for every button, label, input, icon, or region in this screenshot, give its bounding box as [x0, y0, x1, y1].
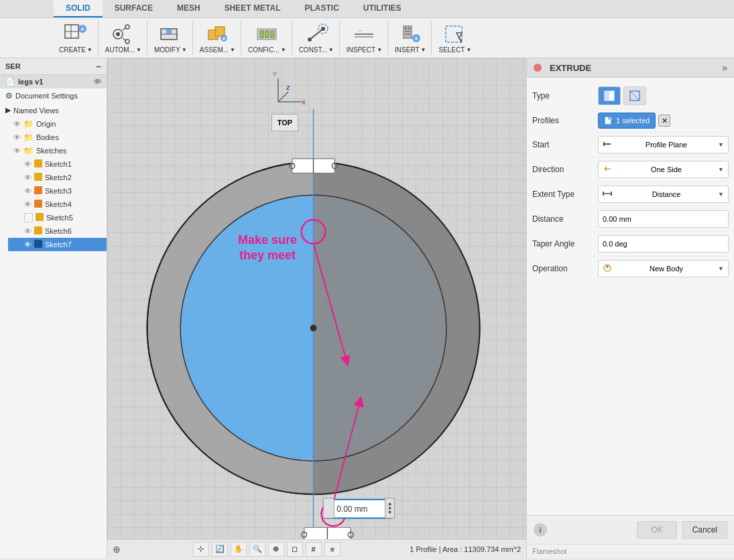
svg-point-9 [125, 25, 129, 29]
svg-point-88 [606, 265, 609, 268]
svg-point-62 [389, 507, 391, 510]
bottom-toolbar: ⊹ 🔄 ✋ 🔍 ⊕ ◻ # ≡ [193, 542, 341, 557]
insert-icon: + [397, 22, 424, 46]
zoom-fit-tool[interactable]: ⊕ [268, 542, 284, 557]
operation-dropdown[interactable]: New Body ▼ [598, 260, 729, 277]
toolbar-group-assem[interactable]: + ASSEM...▼ [194, 21, 241, 55]
toolbar-group-modify[interactable]: MODIFY▼ [149, 21, 193, 55]
operation-icon [603, 263, 612, 274]
eye-sketch6[interactable]: 👁 [24, 227, 32, 235]
toolbar-group-select[interactable]: SELECT▼ [433, 21, 477, 55]
sketch7-label: Sketch7 [45, 240, 72, 249]
sketch5-row[interactable]: 👁 Sketch5 [8, 211, 107, 224]
add-button[interactable]: ⊕ [113, 544, 121, 555]
eye-sketch4[interactable]: 👁 [24, 200, 32, 208]
sketch4-row[interactable]: 👁 Sketch4 [8, 198, 107, 211]
document-row[interactable]: 📄 legs v1 👁 [0, 75, 107, 88]
pan-tool[interactable]: ✋ [231, 542, 247, 557]
direction-icon [603, 164, 612, 175]
sketch7-row[interactable]: 👁 Sketch7 [8, 238, 107, 251]
svg-text:Y: Y [273, 71, 277, 78]
svg-text:↔: ↔ [357, 27, 363, 33]
zoom-tool[interactable]: 🔍 [249, 542, 265, 557]
tab-solid[interactable]: SOLID [54, 0, 103, 17]
panel-expand-icon[interactable]: » [722, 62, 727, 73]
const-label: CONST...▼ [299, 46, 334, 54]
viewport[interactable]: 0.00 mm [107, 58, 526, 558]
tab-surface[interactable]: SURFACE [103, 0, 165, 17]
sketch5-icon [36, 213, 44, 222]
start-value: Profile Plane [646, 141, 687, 149]
svg-text:0.00 mm: 0.00 mm [337, 504, 367, 514]
type-btn-surface[interactable] [623, 86, 646, 105]
sketch1-row[interactable]: 👁 Sketch1 [8, 157, 107, 171]
sketch5-label: Sketch5 [46, 214, 73, 222]
distance-input[interactable]: 0.00 mm [598, 210, 729, 228]
operation-row: Operation New Body ▼ [532, 257, 729, 281]
eye-sketch5[interactable]: 👁 [24, 213, 33, 222]
modify-label: MODIFY▼ [154, 46, 187, 54]
visibility-toggle[interactable]: 👁 [94, 78, 101, 86]
type-btn-solid[interactable] [598, 86, 621, 105]
svg-rect-30 [404, 26, 412, 38]
sketches-folder-icon: 📁 [23, 146, 34, 155]
ok-button[interactable]: OK [637, 521, 676, 539]
start-dropdown[interactable]: Profile Plane ▼ [598, 136, 729, 153]
bodies-label: Bodies [36, 133, 59, 141]
eye-sketch1[interactable]: 👁 [24, 160, 32, 168]
svg-rect-33 [405, 31, 410, 32]
cancel-button[interactable]: Cancel [682, 521, 727, 539]
named-views-row[interactable]: ▶ Named Views [0, 103, 107, 117]
taper-angle-control: 0.0 deg [598, 235, 729, 253]
toolbar-group-config[interactable]: CONFIC...▼ [243, 21, 292, 55]
profiles-clear-btn[interactable]: ✕ [658, 115, 670, 127]
taper-angle-input[interactable]: 0.0 deg [598, 235, 729, 253]
sketch3-row[interactable]: 👁 Sketch3 [8, 184, 107, 198]
svg-rect-31 [405, 27, 407, 29]
grid-toggle[interactable]: # [306, 542, 322, 557]
bodies-row[interactable]: 👁 📁 Bodies [8, 131, 107, 144]
toolbar-group-insert[interactable]: + INSERT▼ [389, 21, 432, 55]
sketch-svg: 0.00 mm [107, 58, 526, 558]
eye-sketch7[interactable]: 👁 [24, 240, 32, 249]
tab-mesh[interactable]: MESH [165, 0, 212, 17]
extent-type-dropdown[interactable]: Distance ▼ [598, 186, 729, 203]
panel-header-close[interactable]: – [96, 61, 101, 72]
eye-sketches[interactable]: 👁 [13, 147, 21, 155]
origin-row[interactable]: 👁 📁 Origin [8, 117, 107, 131]
taper-angle-value: 0.0 deg [603, 240, 627, 248]
bottom-bar: ⊕ ⊹ 🔄 ✋ 🔍 ⊕ ◻ # ≡ 1 Profile | Area : 113… [107, 539, 526, 558]
svg-text:+: + [414, 35, 418, 42]
move-tool[interactable]: ⊹ [193, 542, 209, 557]
eye-sketch3[interactable]: 👁 [24, 187, 32, 195]
more-display[interactable]: ≡ [324, 542, 341, 557]
tab-utilities[interactable]: UTILITIES [351, 0, 414, 17]
display-mode[interactable]: ◻ [287, 542, 303, 557]
sketch6-row[interactable]: 👁 Sketch6 [8, 224, 107, 238]
select-label: SELECT▼ [438, 46, 471, 54]
sketches-row[interactable]: 👁 📁 Sketches [8, 144, 107, 157]
info-icon[interactable]: i [534, 523, 547, 537]
sketch2-row[interactable]: 👁 Sketch2 [8, 171, 107, 184]
view-cube[interactable]: X Y Z TOP [271, 65, 312, 105]
create-icon: + [62, 22, 89, 46]
named-views-label: Named Views [13, 107, 59, 115]
panel-title: EXTRUDE [550, 63, 591, 73]
toolbar-group-const[interactable]: CONST...▼ [294, 21, 340, 55]
start-dropdown-arrow: ▼ [718, 141, 724, 148]
toolbar-group-autom[interactable]: AUTOM...▼ [100, 21, 147, 55]
toolbar-group-inspect[interactable]: ↔ INSPECT▼ [341, 21, 388, 55]
profiles-row: Profiles 1 selected ✕ [532, 109, 729, 133]
profiles-select-btn[interactable]: 1 selected [598, 113, 656, 129]
direction-dropdown[interactable]: One Side ▼ [598, 161, 729, 178]
tab-plastic[interactable]: PLASTIC [292, 0, 351, 17]
toolbar-group-create[interactable]: + CREATE▼ [54, 21, 99, 55]
direction-dropdown-arrow: ▼ [718, 166, 724, 173]
eye-bodies[interactable]: 👁 [13, 133, 21, 141]
orbit-tool[interactable]: 🔄 [212, 542, 228, 557]
eye-sketch2[interactable]: 👁 [24, 173, 32, 182]
eye-origin[interactable]: 👁 [13, 120, 21, 128]
top-view-label[interactable]: TOP [271, 114, 298, 131]
tab-sheet-metal[interactable]: SHEET METAL [212, 0, 293, 17]
document-settings-row[interactable]: ⚙ Document Settings [0, 88, 107, 103]
